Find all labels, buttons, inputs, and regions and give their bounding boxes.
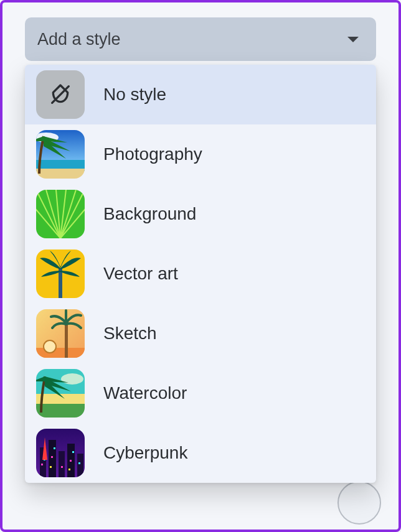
style-option-sketch[interactable]: Sketch: [25, 304, 376, 363]
svg-point-18: [44, 340, 56, 353]
svg-rect-27: [59, 451, 65, 477]
style-option-label: Background: [103, 204, 196, 224]
style-option-label: Vector art: [103, 264, 178, 284]
style-option-background[interactable]: Background: [25, 184, 376, 244]
svg-rect-36: [72, 451, 74, 453]
style-option-label: Photography: [103, 144, 202, 164]
style-dropdown-list: No style: [25, 65, 376, 483]
svg-rect-22: [36, 404, 85, 418]
svg-rect-5: [36, 190, 85, 238]
svg-rect-38: [50, 466, 52, 468]
svg-rect-31: [51, 456, 53, 458]
background-circle-button[interactable]: [337, 481, 381, 525]
style-option-label: No style: [103, 85, 166, 105]
photography-thumb-icon: [36, 130, 85, 179]
no-style-icon: [36, 70, 85, 119]
svg-rect-17: [36, 348, 85, 358]
style-option-vector-art[interactable]: Vector art: [25, 244, 376, 304]
svg-rect-29: [77, 454, 83, 477]
svg-point-23: [61, 373, 83, 385]
chevron-down-icon: [347, 37, 359, 42]
cyberpunk-thumb-icon: [36, 429, 85, 477]
style-option-cyberpunk[interactable]: Cyberpunk: [25, 423, 376, 483]
svg-rect-39: [68, 469, 70, 470]
svg-line-0: [52, 86, 69, 103]
svg-rect-33: [61, 466, 63, 468]
style-option-photography[interactable]: Photography: [25, 124, 376, 184]
style-option-label: Sketch: [103, 324, 157, 343]
style-dropdown-label: Add a style: [37, 30, 121, 49]
style-option-watercolor[interactable]: Watercolor: [25, 363, 376, 423]
style-dropdown-trigger[interactable]: Add a style: [25, 17, 376, 61]
sketch-thumb-icon: [36, 309, 85, 358]
vector-art-thumb-icon: [36, 250, 85, 298]
svg-rect-19: [65, 322, 68, 358]
style-option-label: Cyberpunk: [103, 443, 187, 463]
svg-rect-30: [41, 464, 43, 465]
style-option-label: Watercolor: [103, 383, 187, 403]
svg-rect-26: [49, 440, 56, 477]
background-thumb-icon: [36, 190, 85, 238]
svg-rect-3: [36, 169, 85, 179]
svg-rect-15: [59, 268, 62, 298]
svg-rect-37: [78, 462, 80, 464]
svg-rect-35: [54, 447, 55, 449]
style-option-no-style[interactable]: No style: [25, 65, 376, 124]
watercolor-thumb-icon: [36, 369, 85, 418]
svg-rect-32: [70, 460, 72, 462]
